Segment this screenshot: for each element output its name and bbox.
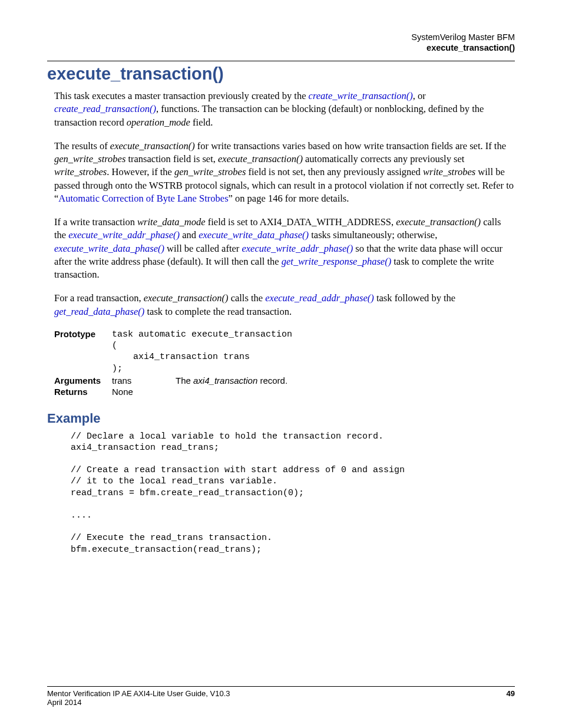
term: execute_transaction() <box>144 292 229 304</box>
returns-row: Returns None <box>54 387 515 397</box>
intro-paragraph: This task executes a master transaction … <box>54 90 515 129</box>
text: task followed by the <box>374 292 455 304</box>
page-header: SystemVerilog Master BFM execute_transac… <box>411 32 515 53</box>
write-strobes-paragraph: The results of execute_transaction() for… <box>54 140 515 205</box>
argument-name: trans <box>112 375 176 386</box>
footer-guide: Mentor Verification IP AE AXI4-Lite User… <box>47 689 230 698</box>
text: field. <box>190 117 213 128</box>
term: write_data_mode <box>137 216 206 228</box>
text: automatically corrects any previously se… <box>303 153 464 164</box>
footer-date: April 2014 <box>47 698 515 707</box>
page-title: execute_transaction() <box>47 64 515 84</box>
text: transaction field is set, <box>125 153 218 164</box>
text: field is not set, then any previously as… <box>246 166 423 177</box>
term: gen_write_strobes <box>174 166 246 177</box>
prototype-code: task automatic execute_transaction ( axi… <box>112 329 292 374</box>
text: If a write transaction <box>54 216 137 228</box>
text: For a read transaction, <box>54 292 144 304</box>
link-execute-write-addr-phase-2[interactable]: execute_write_addr_phase() <box>242 243 353 254</box>
prototype-row: Prototype task automatic execute_transac… <box>54 329 515 374</box>
term-axi4-transaction: axi4_transaction <box>193 375 257 386</box>
text: . However, if the <box>107 166 174 177</box>
header-chapter: SystemVerilog Master BFM <box>411 32 515 42</box>
link-execute-read-addr-phase[interactable]: execute_read_addr_phase() <box>265 292 374 304</box>
text: record. <box>257 375 287 386</box>
footer-line: Mentor Verification IP AE AXI4-Lite User… <box>47 689 515 698</box>
text: The results of <box>54 140 110 151</box>
page-footer: Mentor Verification IP AE AXI4-Lite User… <box>47 686 515 707</box>
link-execute-write-data-phase-2[interactable]: execute_write_data_phase() <box>54 243 164 254</box>
example-heading: Example <box>47 411 515 426</box>
link-execute-write-addr-phase[interactable]: execute_write_addr_phase() <box>68 229 180 241</box>
returns-value: None <box>112 387 176 397</box>
term: write_strobes <box>54 166 107 177</box>
link-execute-write-data-phase[interactable]: execute_write_data_phase() <box>199 229 309 241</box>
header-topic: execute_transaction() <box>411 42 515 53</box>
text: ” on page 146 for more details. <box>229 193 349 204</box>
footer-page-number: 49 <box>507 689 515 698</box>
header-rule <box>47 61 515 61</box>
read-transaction-paragraph: For a read transaction, execute_transact… <box>54 292 515 318</box>
link-get-write-response-phase[interactable]: get_write_response_phase() <box>282 256 391 267</box>
prototype-label: Prototype <box>54 329 112 339</box>
term-operation-mode: operation_mode <box>127 117 190 128</box>
link-auto-correction-byte-lane[interactable]: Automatic Correction of Byte Lane Strobe… <box>58 193 228 204</box>
api-table: Prototype task automatic execute_transac… <box>54 329 515 397</box>
page: SystemVerilog Master BFM execute_transac… <box>0 0 562 728</box>
text: task to complete the read transaction. <box>144 306 292 317</box>
term: gen_write_strobes <box>54 153 125 164</box>
link-create-write-transaction[interactable]: create_write_transaction() <box>309 90 413 101</box>
link-get-read-data-phase[interactable]: get_read_data_phase() <box>54 306 144 317</box>
text: tasks simultaneously; otherwise, <box>309 229 437 241</box>
arguments-row: Arguments trans The axi4_transaction rec… <box>54 375 515 386</box>
term: execute_transaction() <box>396 216 481 228</box>
text: will be called after <box>164 243 242 254</box>
text: field is set to AXI4_DATA_WITH_ADDRESS, <box>206 216 396 228</box>
term: execute_transaction() <box>110 140 195 151</box>
text: for write transactions varies based on h… <box>195 140 506 151</box>
text: The <box>176 375 193 386</box>
text: This task executes a master transaction … <box>54 90 309 101</box>
footer-rule <box>47 686 515 687</box>
arguments-label: Arguments <box>54 375 112 386</box>
text: and <box>180 229 199 241</box>
returns-label: Returns <box>54 387 112 397</box>
text: , or <box>413 90 426 101</box>
content: execute_transaction() This task executes… <box>47 64 515 555</box>
text: calls the <box>229 292 266 304</box>
example-code: // Declare a local variable to hold the … <box>71 431 515 555</box>
argument-desc: The axi4_transaction record. <box>176 375 287 386</box>
term: write_strobes <box>423 166 475 177</box>
term: execute_transaction() <box>218 153 303 164</box>
link-create-read-transaction[interactable]: create_read_transaction() <box>54 103 156 114</box>
write-data-mode-paragraph: If a write transaction write_data_mode f… <box>54 216 515 281</box>
